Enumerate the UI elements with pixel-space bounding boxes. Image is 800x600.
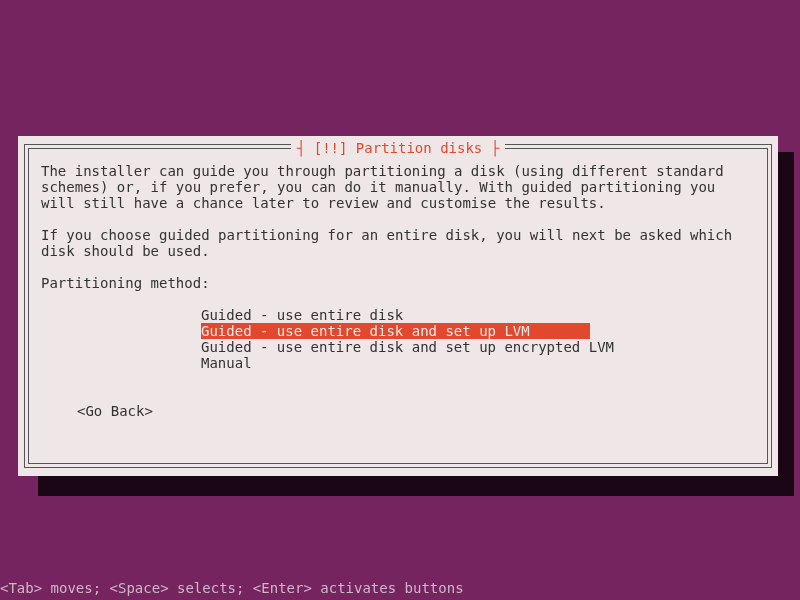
option-guided-lvm[interactable]: Guided - use entire disk and set up LVM: [201, 323, 590, 339]
go-back-button[interactable]: <Go Back>: [77, 403, 153, 419]
option-manual[interactable]: Manual: [201, 355, 252, 371]
inner-border: The installer can guide you through part…: [28, 148, 768, 464]
partitioning-options: Guided - use entire disk Guided - use en…: [201, 307, 755, 371]
intro-paragraph-1: The installer can guide you through part…: [41, 163, 755, 211]
option-guided-entire-disk[interactable]: Guided - use entire disk: [201, 307, 403, 323]
partition-dialog: ┤ [!!] Partition disks ├ The installer c…: [18, 136, 778, 476]
help-bar: <Tab> moves; <Space> selects; <Enter> ac…: [0, 580, 464, 596]
option-guided-encrypted-lvm[interactable]: Guided - use entire disk and set up encr…: [201, 339, 614, 355]
partitioning-method-label: Partitioning method:: [41, 275, 755, 291]
dialog-title: ┤ [!!] Partition disks ├: [291, 140, 505, 156]
intro-paragraph-2: If you choose guided partitioning for an…: [41, 227, 755, 259]
